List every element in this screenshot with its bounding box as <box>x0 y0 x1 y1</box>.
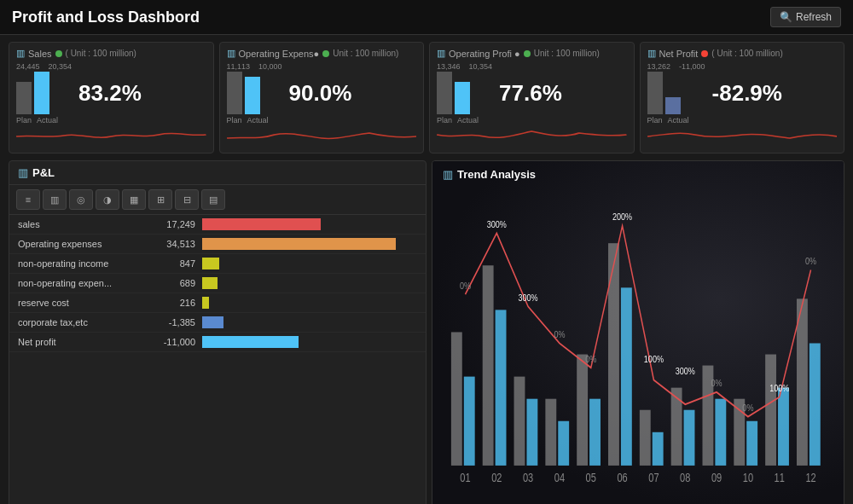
bar-actual-opex <box>245 77 260 114</box>
trend-svg: 010203040506070809101112300%300%200%100%… <box>441 188 835 499</box>
trend-month-label: 06 <box>617 471 627 485</box>
pl-table-row: Net profit -11,000 <box>9 333 426 352</box>
bars-opex <box>227 72 260 114</box>
sparkline-opprofit <box>437 128 627 145</box>
card-title-opex: ▥ Operating Expens● Unit : 100 million) <box>227 48 417 59</box>
trend-actual-bar <box>778 388 789 466</box>
pl-bar <box>202 336 299 348</box>
bar-plan-opprofit <box>437 72 452 114</box>
pl-bar <box>202 238 396 250</box>
bar-actual-opprofit <box>455 82 470 114</box>
trend-actual-bar <box>496 310 507 465</box>
pl-bar <box>202 258 219 269</box>
trend-month-label: 09 <box>711 471 722 485</box>
pl-row-value: 34,513 <box>144 239 195 249</box>
pct-value-netprofit: -82.9% <box>712 80 782 107</box>
pl-row-name: Operating expenses <box>18 239 137 249</box>
bar-actual-netprofit <box>665 97 681 114</box>
sparkline-netprofit <box>647 128 838 145</box>
toolbar-btn-4[interactable]: ▦ <box>122 189 146 210</box>
toolbar-btn-2[interactable]: ◎ <box>69 189 93 210</box>
status-dot-netprofit <box>701 50 708 57</box>
trend-month-label: 12 <box>805 471 815 485</box>
trend-pct-label: 0% <box>742 403 753 413</box>
pl-table: sales 17,249 Operating expenses 34,513 n… <box>9 215 426 504</box>
trend-month-label: 11 <box>775 471 785 485</box>
pl-row-name: reserve cost <box>18 298 137 308</box>
trend-pct-label: 300% <box>519 293 538 303</box>
pl-bar-area <box>202 277 417 289</box>
pl-table-row: reserve cost 216 <box>9 293 426 313</box>
trend-plan-bar <box>765 355 776 466</box>
pct-value-sales: 83.2% <box>78 80 142 107</box>
bar-icon-opprofit: ▥ <box>437 48 445 59</box>
trend-header: ▥ Trend Analysis <box>432 161 844 188</box>
bar-group-opex: 11,113 10,000 Plan Actual <box>227 62 282 125</box>
pl-bar <box>202 218 321 230</box>
toolbar-btn-0[interactable]: ≡ <box>16 189 40 210</box>
trend-month-label: 02 <box>491 471 502 485</box>
pl-table-row: sales 17,249 <box>9 215 426 235</box>
trend-pct-label: 0% <box>460 281 471 291</box>
card-body-opex: 11,113 10,000 Plan Actual 90.0% <box>227 62 417 125</box>
trend-chart: 010203040506070809101112300%300%200%100%… <box>432 188 844 504</box>
trend-month-label: 05 <box>586 471 596 485</box>
bar-group-netprofit: 13,262 -11,000 Plan Actual <box>647 62 705 125</box>
trend-title: Trend Analysis <box>457 168 536 181</box>
refresh-button[interactable]: 🔍 Refresh <box>770 7 841 27</box>
pl-row-value: -1,385 <box>144 317 195 327</box>
page-title: Profit and Loss Dashbord <box>12 9 200 26</box>
bar-chart-icon: ▥ <box>18 166 28 179</box>
trend-month-label: 10 <box>743 471 753 485</box>
trend-pct-label: 0% <box>805 256 816 266</box>
pl-bar-area <box>202 258 417 269</box>
card-sales: ▥ Sales ( Unit : 100 million) 24,445 20,… <box>9 42 214 154</box>
trend-month-label: 03 <box>523 471 533 485</box>
trend-plan-bar <box>797 298 808 466</box>
trend-month-label: 04 <box>554 471 565 485</box>
trend-actual-bar <box>746 421 757 466</box>
bar-plan-netprofit <box>647 72 663 114</box>
toolbar-btn-5[interactable]: ⊞ <box>148 189 172 210</box>
card-opex: ▥ Operating Expens● Unit : 100 million) … <box>219 42 425 154</box>
pct-value-opex: 90.0% <box>289 80 352 107</box>
toolbar-btn-7[interactable]: ▤ <box>201 189 225 210</box>
bar-icon-netprofit: ▥ <box>647 48 656 59</box>
toolbar-btn-6[interactable]: ⊟ <box>175 189 199 210</box>
trend-month-label: 07 <box>648 471 659 485</box>
trend-actual-bar <box>464 377 475 466</box>
trend-actual-bar <box>653 432 664 466</box>
pl-row-value: 216 <box>144 298 195 308</box>
toolbar-btn-1[interactable]: ▥ <box>43 189 67 210</box>
bars-opprofit <box>437 72 470 114</box>
trend-plan-bar <box>483 265 494 466</box>
trend-pct-label: 0% <box>554 329 565 339</box>
trend-pct-label: 300% <box>487 219 507 229</box>
trend-panel: ▥ Trend Analysis 01020304050607080910111… <box>432 160 844 504</box>
trend-actual-bar <box>558 421 569 466</box>
bar-group-sales: 24,445 20,354 Plan Actual <box>16 62 72 125</box>
bars-netprofit <box>647 72 681 114</box>
trend-actual-bar <box>715 399 726 466</box>
trend-actual-bar <box>589 399 601 466</box>
trend-actual-bar <box>684 410 695 466</box>
pl-row-name: sales <box>18 219 137 229</box>
pl-row-value: 847 <box>144 258 195 269</box>
status-dot-sales <box>55 50 62 57</box>
pct-value-opprofit: 77.6% <box>499 80 562 107</box>
card-body-netprofit: 13,262 -11,000 Plan Actual -82.9% <box>647 62 838 125</box>
trend-pct-label: 100% <box>769 383 789 393</box>
trend-month-label: 08 <box>680 471 690 485</box>
pl-bar-area <box>202 336 417 348</box>
bar-plan-opex <box>227 72 242 114</box>
pl-bar-area <box>202 316 417 328</box>
pl-table-row: non-operating income 847 <box>9 254 426 274</box>
card-netprofit: ▥ Net Profit ( Unit : 100 million) 13,26… <box>640 42 845 154</box>
toolbar-btn-3[interactable]: ◑ <box>96 189 119 210</box>
bar-icon-sales: ▥ <box>16 48 25 59</box>
pl-row-name: Net profit <box>18 337 137 347</box>
sparkline-opex <box>227 128 417 145</box>
card-title-sales: ▥ Sales ( Unit : 100 million) <box>16 48 206 59</box>
pl-bar <box>202 297 209 309</box>
bottom-section: ▥ P&L ≡▥◎◑▦⊞⊟▤ sales 17,249 Operating ex… <box>0 160 853 504</box>
